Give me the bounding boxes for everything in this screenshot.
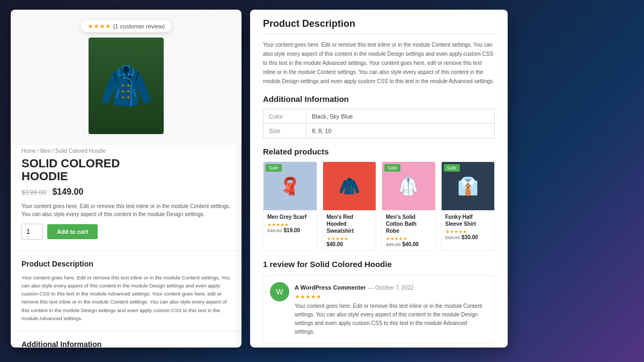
- list-item[interactable]: Sale 🧣 Men Grey Scarf ★★★★★ $40.00$19.00: [263, 161, 317, 251]
- product-desc-short: Your content goes here. Edit or remove t…: [21, 202, 231, 218]
- product-card-body-right: Funky Half Sleeve Shirt ★★★★★ $40.00$30.…: [442, 210, 495, 243]
- list-item[interactable]: Sale 🥼 Men's Solid Cotton Bath Robe ★★★★…: [382, 161, 436, 251]
- hoodie-emoji: 🧥: [99, 61, 153, 111]
- product-description-title: Product Description: [21, 260, 231, 268]
- reviewer-name: A WordPress Commenter: [295, 284, 366, 291]
- card-title-right: Funky Half Sleeve Shirt: [445, 213, 491, 227]
- review-card: W A WordPress Commenter — October 7, 202…: [263, 275, 495, 343]
- card-stars-right: ★★★★★: [327, 236, 372, 241]
- price-old: $199.00: [21, 188, 47, 196]
- screen-right: Product Description Your content goes he…: [250, 10, 508, 348]
- product-description-text: Your content goes here. Edit or remove t…: [21, 274, 231, 322]
- reviewer-avatar: W: [270, 282, 289, 301]
- price-new: $149.00: [52, 187, 83, 196]
- list-item[interactable]: 🧥 Men's Red Hooded Sweatshirt ★★★★★ $40.…: [323, 161, 377, 251]
- rating-text: (1 customer review): [113, 23, 165, 29]
- card-title-right: Men Grey Scarf: [267, 213, 313, 220]
- review-section-title: 1 review for Solid Colored Hoodie: [263, 260, 495, 269]
- right-content: Product Description Your content goes he…: [250, 10, 508, 348]
- additional-info-title-right: Additional Information: [263, 94, 495, 104]
- product-image: 🧥: [89, 38, 164, 134]
- sale-badge: Sale: [384, 164, 400, 172]
- card-title-right: Men's Red Hooded Sweatshirt: [327, 213, 372, 234]
- card-price-right: $40.00: [327, 241, 372, 247]
- breadcrumb: Home / Men / Solid Colored Hoodie: [11, 145, 241, 157]
- sale-badge: Sale: [444, 164, 460, 172]
- card-stars-right: ★★★★★: [386, 236, 431, 241]
- screen-left: ★★★★ (1 customer review) 🧥 Home / Men / …: [11, 10, 241, 348]
- product-card-body-right: Men's Solid Cotton Bath Robe ★★★★★ $80.0…: [382, 210, 435, 250]
- product-info: SOLID COLORED HOODIE $199.00 $149.00 You…: [11, 157, 241, 250]
- product-description-long-right: Your content goes here. Edit or remove t…: [263, 40, 495, 86]
- rating-badge: ★★★★ (1 customer review): [81, 20, 172, 32]
- rating-stars: ★★★★: [87, 23, 111, 30]
- product-card-body-right: Men Grey Scarf ★★★★★ $40.00$19.00: [264, 210, 317, 237]
- info-table-right: Color Black, Sky Blue Size 8, 8, 10: [263, 109, 495, 138]
- color-value-right: Black, Sky Blue: [306, 109, 495, 123]
- card-price-right: $40.00$19.00: [267, 227, 313, 233]
- card-price-right: $40.00$30.00: [445, 234, 491, 240]
- product-description-section: Product Description Your content goes he…: [11, 250, 241, 331]
- product-card-image-right: 🧥: [323, 162, 376, 210]
- card-stars-right: ★★★★★: [267, 222, 313, 227]
- screens-container: ★★★★ (1 customer review) 🧥 Home / Men / …: [11, 10, 633, 353]
- card-title-right: Men's Solid Cotton Bath Robe: [386, 213, 431, 234]
- related-grid-right: Sale 🧣 Men Grey Scarf ★★★★★ $40.00$19.00…: [263, 161, 495, 251]
- reviewer-stars: ★★★★★: [295, 293, 488, 300]
- reviewer-date: — October 7, 2022: [368, 285, 414, 291]
- card-stars-right: ★★★★★: [445, 229, 491, 234]
- list-item[interactable]: Sale 👔 Funky Half Sleeve Shirt ★★★★★ $40…: [441, 161, 495, 251]
- size-value-right: 8, 8, 10: [306, 123, 495, 138]
- size-label-right: Size: [264, 123, 306, 138]
- additional-info-section: Additional Information Color Black, Sky …: [11, 331, 241, 348]
- card-price-right: $80.00$40.00: [386, 241, 431, 247]
- product-title: SOLID COLORED HOODIE: [21, 157, 231, 183]
- price-row: $199.00 $149.00: [21, 187, 231, 197]
- color-label-right: Color: [264, 109, 306, 123]
- additional-info-title: Additional Information: [21, 340, 231, 348]
- product-hero: ★★★★ (1 customer review) 🧥: [11, 10, 241, 145]
- product-card-body-right: Men's Red Hooded Sweatshirt ★★★★★ $40.00: [323, 210, 376, 250]
- add-to-cart-row: Add to cart: [21, 224, 231, 240]
- add-to-cart-button[interactable]: Add to cart: [47, 224, 98, 239]
- quantity-input[interactable]: [21, 224, 43, 240]
- reviewer-info: A WordPress Commenter — October 7, 2022 …: [295, 282, 488, 336]
- reviewer-comment: Your content goes here. Edit or remove t…: [295, 302, 488, 336]
- table-row: Size 8, 8, 10: [264, 123, 495, 138]
- table-row: Color Black, Sky Blue: [264, 109, 495, 123]
- product-description-title-right: Product Description: [263, 18, 495, 35]
- sale-badge: Sale: [266, 164, 282, 172]
- related-products-title-right: Related products: [263, 147, 495, 156]
